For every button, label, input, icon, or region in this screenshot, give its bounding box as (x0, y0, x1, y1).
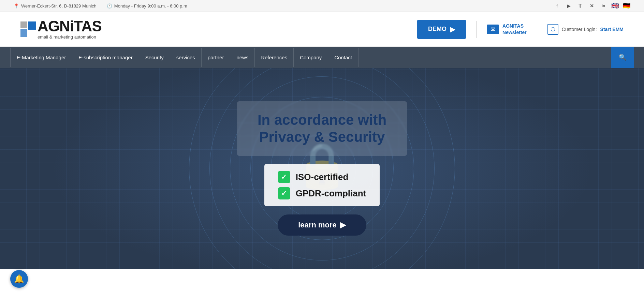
location-icon: 📍 (14, 3, 19, 9)
learn-more-arrow-icon: ▶ (340, 221, 346, 229)
customer-login: ⬡ Customer Login: Start EMM (547, 24, 624, 35)
twitter-icon[interactable]: 𝕋 (576, 2, 584, 10)
facebook-icon[interactable]: f (553, 2, 561, 10)
header-divider-1 (476, 21, 477, 38)
youtube-icon[interactable]: ▶ (565, 2, 572, 10)
flag-de[interactable]: 🇩🇪 (623, 2, 630, 10)
nav-items: E-Marketing Manager E-subscription manag… (10, 48, 611, 67)
top-bar-right: f ▶ 𝕋 ✕ in 🇬🇧 🇩🇪 (553, 2, 630, 10)
nav-item-emarketing[interactable]: E-Marketing Manager (10, 48, 72, 67)
nav-search-button[interactable]: 🔍 (611, 47, 634, 68)
nav-item-news[interactable]: news (230, 48, 255, 67)
hero-content: In accordance with Privacy & Security ✓ … (237, 101, 407, 236)
demo-arrow-icon: ▶ (450, 25, 455, 33)
header-actions: DEMO ▶ ✉ AGNITASNewsletter ⬡ Customer Lo… (417, 20, 624, 39)
learn-more-button[interactable]: learn more ▶ (278, 214, 366, 236)
logo-tagline: email & marketing automation (38, 34, 96, 40)
top-bar-left: 📍 Werner-Eckert-Str. 6, D-81829 Munich 🕐… (14, 3, 187, 9)
svg-rect-0 (20, 21, 27, 28)
learn-more-label: learn more (298, 221, 337, 229)
check-icon-gdpr: ✓ (278, 187, 290, 199)
newsletter-button[interactable]: ✉ AGNITASNewsletter (487, 23, 527, 35)
linkedin-icon[interactable]: in (600, 2, 607, 10)
nav-item-partner[interactable]: partner (202, 48, 231, 67)
hero-badge-gdpr: ✓ GPDR-compliant (278, 187, 366, 199)
nav-item-services[interactable]: services (170, 48, 202, 67)
hours-text: Monday - Friday 9:00 a.m. - 6:00 p.m (114, 3, 187, 9)
logo-wrapper: AGNiTAS email & marketing automation (20, 19, 102, 40)
hours-info: 🕐 Monday - Friday 9:00 a.m. - 6:00 p.m (107, 3, 187, 9)
svg-rect-2 (20, 29, 27, 37)
hero-badge-iso: ✓ ISO-certified (278, 171, 366, 183)
address-text: Werner-Eckert-Str. 6, D-81829 Munich (21, 3, 97, 9)
hero-badges-box: ✓ ISO-certified ✓ GPDR-compliant (264, 164, 380, 206)
main-nav: E-Marketing Manager E-subscription manag… (0, 47, 644, 68)
nav-item-security[interactable]: Security (139, 48, 170, 67)
nav-item-contact[interactable]: Contact (328, 48, 358, 67)
newsletter-email-icon: ✉ (487, 25, 499, 34)
start-emm-link[interactable]: Start EMM (600, 27, 624, 32)
hero-title-box: In accordance with Privacy & Security (237, 101, 407, 156)
x-icon[interactable]: ✕ (588, 2, 596, 10)
svg-rect-1 (28, 21, 36, 30)
header: AGNiTAS email & marketing automation DEM… (0, 12, 644, 47)
login-icon: ⬡ (547, 24, 558, 35)
logo-cube-icon (20, 21, 36, 37)
demo-label: DEMO (428, 26, 447, 33)
clock-icon: 🕐 (107, 3, 112, 9)
header-divider-2 (537, 21, 537, 38)
search-icon: 🔍 (619, 54, 626, 61)
logo-name: AGNiTAS (38, 18, 102, 34)
nav-item-references[interactable]: References (255, 48, 294, 67)
badge-iso-label: ISO-certified (296, 172, 349, 182)
address-info: 📍 Werner-Eckert-Str. 6, D-81829 Munich (14, 3, 97, 9)
flag-en[interactable]: 🇬🇧 (611, 2, 619, 10)
hero-title-line1: In accordance with (258, 112, 386, 128)
hero-section: 🔒 In accordance with Privacy & Security … (0, 68, 644, 269)
nav-item-esubscription[interactable]: E-subscription manager (72, 48, 139, 67)
newsletter-label: AGNITASNewsletter (502, 23, 527, 35)
logo-text: AGNiTAS (38, 19, 102, 34)
demo-button[interactable]: DEMO ▶ (417, 20, 466, 39)
hero-title-line2: Privacy & Security (259, 129, 385, 145)
customer-login-label: Customer Login: (562, 27, 597, 32)
logo-area: AGNiTAS email & marketing automation (38, 19, 102, 40)
top-bar: 📍 Werner-Eckert-Str. 6, D-81829 Munich 🕐… (0, 0, 644, 12)
nav-item-company[interactable]: Company (294, 48, 328, 67)
hero-title: In accordance with Privacy & Security (258, 111, 386, 146)
check-icon-iso: ✓ (278, 171, 290, 183)
badge-gdpr-label: GPDR-compliant (296, 188, 366, 199)
